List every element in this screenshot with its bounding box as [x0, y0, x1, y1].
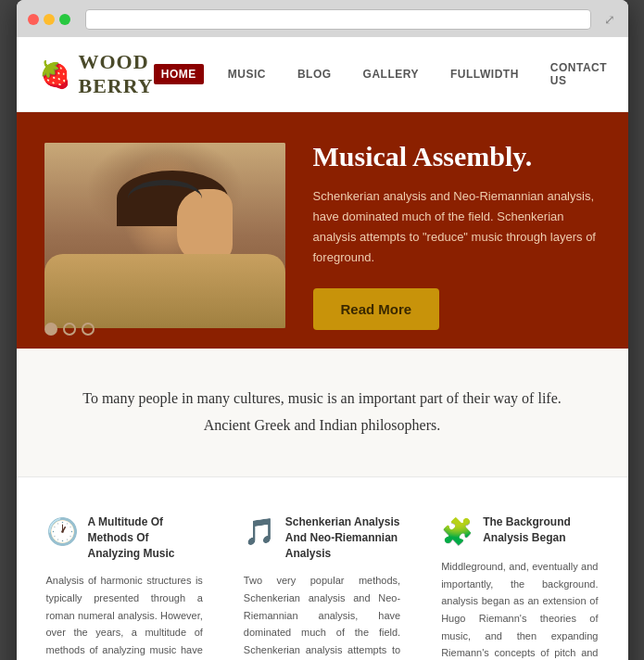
- read-more-button[interactable]: Read More: [313, 288, 440, 330]
- site-wrapper: 🍓 Wood Berry HOME MUSIC BLOG GALLERY FUL…: [17, 37, 628, 660]
- hero-dot-2[interactable]: [63, 323, 76, 336]
- traffic-lights: [28, 14, 70, 25]
- browser-chrome: ⤢: [17, 0, 628, 37]
- feature-title-3: The Background Analysis Began: [483, 514, 598, 546]
- browser-window: ⤢ 🍓 Wood Berry HOME MUSIC BLOG GALLERY F…: [17, 0, 628, 660]
- feature-card-3: 🧩 The Background Analysis Began Middlegr…: [430, 505, 609, 660]
- logo-text: Wood Berry: [79, 50, 154, 98]
- feature-header-3: 🧩 The Background Analysis Began: [441, 514, 598, 547]
- hero-dot-3[interactable]: [82, 323, 95, 336]
- sofa-decoration: [44, 254, 285, 328]
- close-button[interactable]: [28, 14, 39, 25]
- site-header: 🍓 Wood Berry HOME MUSIC BLOG GALLERY FUL…: [17, 37, 628, 112]
- hero-photo: [44, 143, 285, 328]
- feature-header-1: 🕐 A Multitude Of Methods Of Analyzing Mu…: [46, 514, 203, 561]
- headphone-decoration: [128, 180, 202, 217]
- logo: 🍓 Wood Berry: [39, 50, 154, 98]
- feature-card-2: 🎵 Schenkerian Analysis And Neo-Riemannia…: [233, 505, 411, 660]
- nav-home[interactable]: HOME: [154, 64, 204, 84]
- feature-card-1: 🕐 A Multitude Of Methods Of Analyzing Mu…: [35, 505, 214, 660]
- music-icon: 🎵: [244, 516, 276, 547]
- nav-gallery[interactable]: GALLERY: [356, 64, 426, 84]
- hero-title: Musical Assembly.: [313, 140, 600, 173]
- nav-contact[interactable]: CONTACT US: [543, 57, 614, 91]
- url-bar[interactable]: [85, 9, 591, 30]
- fullscreen-icon[interactable]: ⤢: [602, 12, 617, 27]
- feature-title-2: Schenkerian Analysis And Neo-Riemannian …: [285, 514, 400, 561]
- feature-desc-3: Middleground, and, eventually and import…: [441, 558, 598, 660]
- hero-content: Musical Assembly. Schenkerian analysis a…: [313, 140, 600, 330]
- hero-dots: [44, 323, 95, 336]
- logo-icon: 🍓: [39, 59, 71, 90]
- hero-description: Schenkerian analysis and Neo-Riemannian …: [313, 186, 600, 268]
- nav-fullwidth[interactable]: FULLWIDTH: [443, 64, 526, 84]
- quote-text: To many people in many cultures, music i…: [72, 386, 573, 439]
- puzzle-icon: 🧩: [441, 516, 474, 547]
- nav-blog[interactable]: BLOG: [290, 64, 339, 84]
- hero-dot-1[interactable]: [44, 323, 57, 336]
- feature-title-1: A Multitude Of Methods Of Analyzing Musi…: [88, 514, 203, 561]
- minimize-button[interactable]: [44, 14, 55, 25]
- maximize-button[interactable]: [59, 14, 70, 25]
- hero-banner: Musical Assembly. Schenkerian analysis a…: [17, 112, 628, 349]
- feature-desc-1: Analysis of harmonic structures is typic…: [46, 572, 203, 660]
- feature-desc-2: Two very popular methods, Schenkerian an…: [244, 572, 400, 660]
- hero-image: [44, 143, 285, 328]
- feature-header-2: 🎵 Schenkerian Analysis And Neo-Riemannia…: [244, 514, 400, 561]
- features-section: 🕐 A Multitude Of Methods Of Analyzing Mu…: [17, 477, 628, 660]
- nav-music[interactable]: MUSIC: [221, 64, 273, 84]
- site-nav: HOME MUSIC BLOG GALLERY FULLWIDTH CONTAC…: [154, 57, 614, 91]
- quote-section: To many people in many cultures, music i…: [17, 349, 628, 477]
- clock-icon: 🕐: [46, 516, 79, 547]
